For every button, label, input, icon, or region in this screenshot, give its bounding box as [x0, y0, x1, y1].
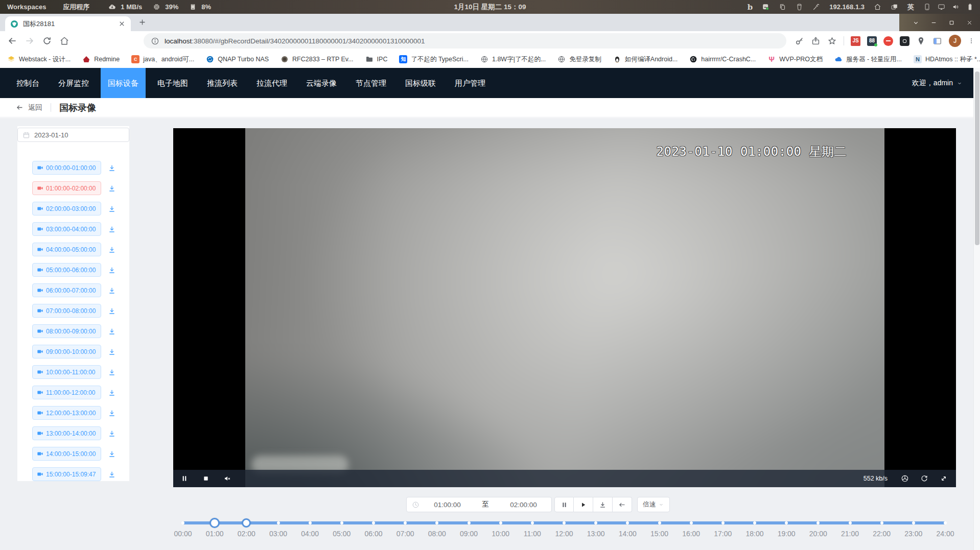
page-scrollbar[interactable]	[973, 68, 980, 550]
color-picker-tray-icon[interactable]	[812, 3, 820, 11]
download-button[interactable]	[593, 497, 613, 512]
play-button[interactable]	[574, 497, 593, 512]
clipboard-tray-icon[interactable]	[779, 3, 786, 11]
player-stop-icon[interactable]	[202, 474, 210, 483]
site-info-icon[interactable]	[151, 37, 159, 45]
password-manager-icon[interactable]	[795, 36, 804, 46]
side-panel-icon[interactable]	[932, 36, 942, 46]
download-icon[interactable]	[108, 164, 116, 172]
download-icon[interactable]	[108, 205, 116, 213]
segment-button[interactable]: 07:00:00-08:00:00	[32, 304, 101, 318]
segment-button[interactable]: 06:00:00-07:00:00	[32, 283, 101, 297]
browser-reload-button[interactable]	[42, 36, 52, 46]
browser-forward-button[interactable]	[25, 36, 35, 46]
download-icon[interactable]	[108, 327, 116, 336]
nav-tab[interactable]: 云端录像	[299, 68, 344, 98]
download-icon[interactable]	[108, 225, 116, 233]
download-icon[interactable]	[108, 450, 116, 458]
download-icon[interactable]	[108, 307, 116, 315]
nav-tab[interactable]: 节点管理	[348, 68, 393, 98]
extension-adblock-icon[interactable]	[883, 36, 893, 46]
bookmark-item[interactable]: 知了不起的 TypeScri...	[399, 55, 469, 64]
bookmarks-overflow-chevron[interactable]: »	[967, 51, 971, 68]
browser-tab[interactable]: 国标28181	[5, 16, 131, 31]
segment-button[interactable]: 04:00:00-05:00:00	[32, 243, 101, 256]
download-icon[interactable]	[108, 286, 116, 295]
segment-button[interactable]: 05:00:00-06:00:00	[32, 263, 101, 277]
profile-avatar[interactable]: J	[949, 35, 961, 47]
nav-tab-active[interactable]: 国标设备	[101, 68, 146, 98]
user-menu[interactable]: 欢迎，admin	[912, 68, 963, 98]
address-bar[interactable]: localhost:38080/#/gbRecordDetail/3402000…	[144, 33, 786, 49]
bookmark-item[interactable]: QNAP Turbo NAS	[206, 55, 269, 63]
bing-tray-icon[interactable]: b	[748, 3, 753, 12]
device-tray-icon[interactable]	[923, 3, 931, 11]
window-close-button[interactable]	[966, 19, 973, 26]
extension-88-icon[interactable]: 88	[867, 36, 877, 46]
time-range-input[interactable]: 01:00:00 至 02:00:00	[406, 497, 552, 512]
bookmark-item[interactable]: Webstack - 设计...	[7, 55, 71, 64]
back-arrow-icon[interactable]	[15, 103, 24, 112]
window-maximize-button[interactable]	[948, 19, 955, 26]
extension-js-icon[interactable]: JS	[851, 36, 860, 46]
download-icon[interactable]	[108, 409, 116, 417]
download-icon[interactable]	[108, 246, 116, 254]
share-icon[interactable]	[811, 36, 821, 46]
tab-search-chevron-icon[interactable]	[913, 19, 919, 26]
bookmark-item[interactable]: 服务器 - 轻量应用...	[834, 55, 902, 64]
home-tray-icon[interactable]	[874, 3, 881, 11]
bookmark-item[interactable]: ΨWVP-PRO文档	[767, 55, 823, 64]
snapshot-icon[interactable]	[901, 474, 909, 483]
video-player[interactable]: 2023-01-10 01:00:00 星期二 552 kb/s	[173, 128, 956, 487]
nav-tab[interactable]: 推流列表	[200, 68, 245, 98]
fullscreen-icon[interactable]	[940, 474, 948, 483]
timeline-handle[interactable]	[209, 518, 220, 528]
nav-tab[interactable]: 控制台	[9, 68, 46, 98]
download-icon[interactable]	[108, 348, 116, 356]
download-icon[interactable]	[108, 368, 116, 376]
segment-button[interactable]: 00:00:00-01:00:00	[32, 161, 101, 175]
bookmark-item[interactable]: 如何编译Android...	[613, 55, 678, 64]
volume-tray-icon[interactable]	[952, 3, 960, 11]
bookmark-item[interactable]: hairrrrr/C-CrashC...	[689, 55, 756, 63]
seek-start-button[interactable]	[613, 497, 632, 512]
tab-close-icon[interactable]	[118, 20, 126, 28]
date-picker-input[interactable]: 2023-01-10	[17, 128, 129, 142]
player-mute-icon[interactable]	[223, 474, 231, 483]
nav-tab[interactable]: 拉流代理	[249, 68, 294, 98]
scrollbar-thumb[interactable]	[975, 71, 979, 245]
bookmark-star-icon[interactable]	[827, 36, 837, 46]
bookmark-item[interactable]: Redmine	[82, 55, 120, 63]
bookmark-item[interactable]: Cjava、android可...	[131, 55, 194, 64]
download-icon[interactable]	[108, 266, 116, 274]
display-tray-icon[interactable]	[938, 3, 945, 11]
extension-capture-icon[interactable]	[900, 36, 909, 46]
segment-button[interactable]: 14:00:00-15:00:00	[32, 447, 101, 461]
download-icon[interactable]	[108, 429, 116, 438]
screenshot-app-tray-icon[interactable]	[762, 3, 769, 11]
pause-button[interactable]	[554, 497, 574, 512]
new-tab-button[interactable]	[138, 18, 147, 27]
segment-button[interactable]: 12:00:00-13:00:00	[32, 406, 101, 420]
download-icon[interactable]	[108, 470, 116, 479]
nav-tab[interactable]: 电子地图	[150, 68, 195, 98]
bookmark-item[interactable]: 免登录复制	[557, 55, 601, 64]
download-icon[interactable]	[108, 184, 116, 193]
bookmark-item[interactable]: IPC	[365, 55, 388, 63]
nav-tab[interactable]: 分屏监控	[51, 68, 96, 98]
segment-button[interactable]: 09:00:00-10:00:00	[32, 345, 101, 358]
back-button[interactable]: 返回	[28, 103, 42, 112]
segment-button[interactable]: 01:00:00-02:00:00	[32, 181, 101, 195]
browser-home-button[interactable]	[59, 36, 69, 46]
segment-button[interactable]: 08:00:00-09:00:00	[32, 324, 101, 338]
segment-button[interactable]: 10:00:00-11:00:00	[32, 365, 101, 379]
windows-tray-icon[interactable]	[891, 3, 898, 11]
nav-tab[interactable]: 国标级联	[398, 68, 443, 98]
player-pause-icon[interactable]	[180, 474, 189, 483]
segment-button[interactable]: 02:00:00-03:00:00	[32, 202, 101, 216]
segment-button[interactable]: 03:00:00-04:00:00	[32, 222, 101, 236]
segment-button[interactable]: 15:00:00-15:09:47	[32, 467, 101, 481]
nav-tab[interactable]: 用户管理	[448, 68, 493, 98]
download-icon[interactable]	[108, 389, 116, 397]
bookmark-item[interactable]: 1.8W字|了不起的...	[480, 55, 546, 64]
